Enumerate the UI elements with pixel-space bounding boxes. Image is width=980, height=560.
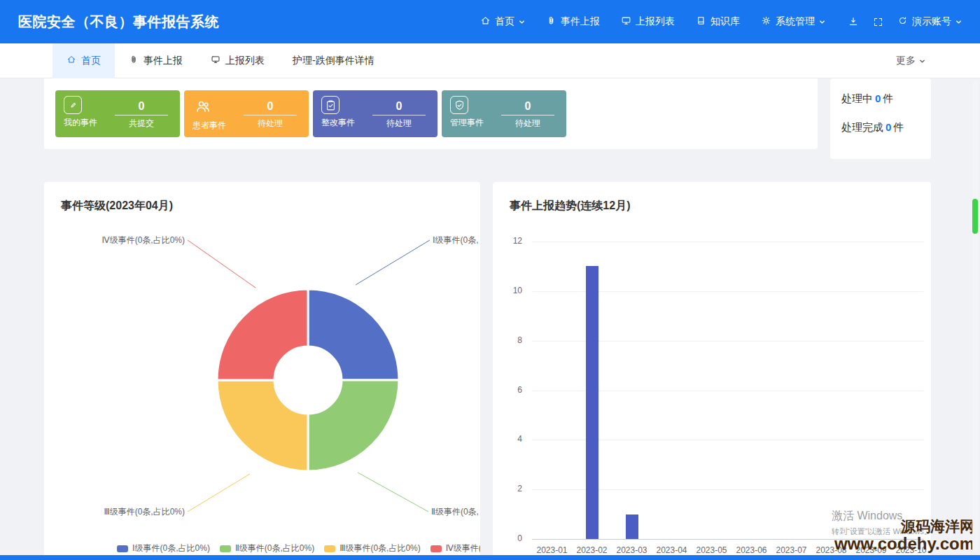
chart-title: 事件上报趋势(连续12月): [493, 182, 931, 214]
nav-item-home[interactable]: 首页: [480, 15, 525, 28]
trend-chart-card: 事件上报趋势(连续12月) 0246810122023-012023-02202…: [493, 182, 931, 560]
monitor-icon: [621, 15, 631, 28]
legend-item-level3[interactable]: Ⅲ级事件(0条,占比0%): [324, 542, 421, 554]
download-icon[interactable]: [848, 16, 859, 27]
home-icon: [480, 15, 491, 28]
footer-strip: [0, 555, 980, 560]
event-level-donut-chart: Ⅳ级事件(0条,占比0%) Ⅰ级事件(0条,占比0%) Ⅲ级事件(0条,占比0%…: [44, 209, 478, 537]
tab-report-list[interactable]: 上报列表: [197, 43, 279, 78]
stat-card-management-events[interactable]: 管理事件 0 待处理: [442, 90, 566, 137]
x-axis-tick-label: 2023-04: [651, 545, 693, 555]
y-axis-tick-label: 12: [493, 236, 522, 246]
nav-label: 知识库: [710, 15, 740, 28]
donut-segments: [217, 289, 399, 471]
tab-nursing-fall-detail[interactable]: 护理-跌倒事件详情: [279, 43, 388, 78]
app-title: 医院安全（不良）事件报告系统: [18, 13, 219, 31]
scrollbar-thumb[interactable]: [972, 199, 978, 234]
x-axis-tick-label: 2023-05: [691, 545, 733, 555]
donut-legend: Ⅰ级事件(0条,占比0%) Ⅱ级事件(0条,占比0%) Ⅲ级事件(0条,占比0%…: [44, 542, 480, 554]
stat-card-my-events[interactable]: 我的事件 0 共提交: [55, 90, 180, 137]
y-axis-tick-label: 6: [493, 385, 522, 395]
top-nav: 首页 事件上报 上报列表 知识库 系统管理: [480, 15, 825, 28]
tab-bar: 首页 事件上报 上报列表 护理-跌倒事件详情 更多: [0, 43, 980, 78]
people-icon: [192, 96, 214, 117]
chevron-down-icon: [919, 55, 925, 66]
home-icon: [66, 55, 76, 66]
header-tools: 演示账号: [848, 15, 962, 28]
bar-2023-02: [586, 266, 598, 539]
stat-card-name: 我的事件: [64, 117, 97, 129]
edit-icon: [64, 96, 82, 114]
callout-label-level3: Ⅲ级事件(0条,占比0%): [104, 507, 185, 517]
nav-item-system-admin[interactable]: 系统管理: [761, 15, 825, 28]
completed-count: 0: [886, 121, 891, 133]
x-axis-tick-label: 2023-03: [611, 545, 653, 555]
y-axis-tick-label: 8: [493, 335, 522, 345]
event-level-chart-card: 事件等级(2023年04月) Ⅳ级事件(0条,占比0%) Ⅰ级事件(0条,占比0…: [44, 182, 480, 560]
stat-card-rectification-events[interactable]: 整改事件 0 待处理: [313, 90, 438, 137]
callout-label-level4: Ⅳ级事件(0条,占比0%): [102, 235, 185, 245]
stat-card-metric: 待处理: [386, 118, 412, 130]
legend-item-level2[interactable]: Ⅱ级事件(0条,占比0%): [220, 542, 314, 554]
stat-card-name: 管理事件: [450, 117, 484, 129]
completed-count-row: 处理完成0件: [841, 121, 920, 134]
callout-label-level1: Ⅰ级事件(0条,占比0%): [433, 235, 478, 245]
nav-item-report-event[interactable]: 事件上报: [546, 15, 600, 28]
tab-home[interactable]: 首页: [52, 43, 115, 78]
divider: [244, 115, 297, 115]
stat-cards-panel: 我的事件 0 共提交 患者事件 0 待处理: [44, 78, 818, 149]
processing-summary-panel: 处理中0件 处理完成0件: [830, 78, 931, 159]
donut-segment-level1: [308, 289, 399, 380]
stat-card-value: 0: [524, 100, 531, 113]
y-axis-tick-label: 4: [493, 434, 522, 444]
fullscreen-icon[interactable]: [873, 17, 883, 27]
paperclip-icon: [129, 55, 139, 66]
processing-count-row: 处理中0件: [841, 92, 920, 106]
y-axis-tick-label: 2: [493, 484, 522, 493]
nav-label: 系统管理: [776, 15, 815, 28]
processing-count: 0: [875, 92, 881, 104]
tab-report-event[interactable]: 事件上报: [115, 43, 197, 78]
callout-line-level1: [356, 240, 430, 285]
tab-label: 事件上报: [144, 55, 183, 67]
donut-segment-level4: [217, 289, 308, 380]
stat-card-metric: 待处理: [258, 118, 283, 130]
bar-2023-03: [626, 514, 638, 539]
stat-card-patient-events[interactable]: 患者事件 0 待处理: [184, 90, 309, 137]
stat-card-metric: 共提交: [129, 118, 154, 130]
account-menu[interactable]: 演示账号: [897, 15, 962, 28]
monitor-icon: [211, 55, 220, 66]
donut-segment-level2: [308, 380, 399, 471]
stat-card-metric: 待处理: [515, 118, 540, 130]
refresh-icon: [897, 15, 908, 28]
donut-segment-level3: [217, 380, 308, 471]
nav-item-knowledge-base[interactable]: 知识库: [696, 15, 740, 28]
more-dropdown[interactable]: 更多: [896, 55, 925, 67]
stat-card-name: 患者事件: [192, 120, 226, 132]
paperclip-icon: [546, 15, 556, 28]
legend-item-level4[interactable]: Ⅳ级事件(0条,占比0%): [430, 542, 480, 554]
divider: [372, 115, 426, 115]
codehy-watermark: 源码海洋网 www.codehy.com: [834, 519, 974, 553]
clipboard-check-icon: [321, 96, 340, 114]
divider: [501, 115, 554, 115]
callout-line-level2: [358, 472, 428, 512]
legend-swatch: [430, 545, 442, 552]
x-axis-tick-label: 2023-02: [571, 545, 613, 555]
stat-card-value: 0: [138, 100, 144, 113]
app-header: 医院安全（不良）事件报告系统 首页 事件上报 上报列表 知识库 系统管理: [0, 0, 980, 43]
y-axis-tick-label: 10: [493, 286, 522, 295]
tab-label: 首页: [81, 55, 101, 67]
gear-icon: [761, 15, 771, 28]
chevron-down-icon: [519, 16, 525, 27]
chevron-down-icon: [955, 16, 962, 27]
stat-card-value: 0: [267, 100, 273, 113]
callout-line-level4: [188, 240, 255, 288]
scrollbar-track[interactable]: [972, 81, 978, 552]
nav-item-report-list[interactable]: 上报列表: [621, 15, 675, 28]
legend-item-level1[interactable]: Ⅰ级事件(0条,占比0%): [117, 542, 210, 554]
x-axis-tick-label: 2023-06: [731, 545, 773, 555]
shield-check-icon: [450, 96, 468, 114]
book-icon: [696, 15, 706, 28]
nav-label: 事件上报: [561, 15, 600, 28]
